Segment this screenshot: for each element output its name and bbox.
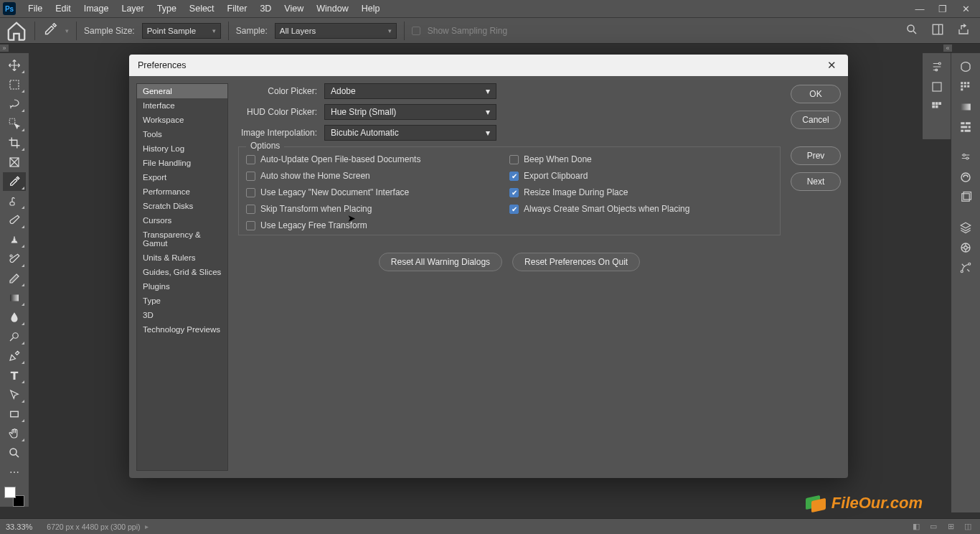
ok-button[interactable]: OK — [791, 85, 841, 103]
gradient-panel-icon[interactable] — [954, 98, 977, 116]
category-general[interactable]: General — [137, 84, 227, 98]
status-icon-3[interactable]: ⊞ — [944, 521, 957, 533]
swatches-panel-icon[interactable] — [925, 98, 948, 116]
zoom-tool[interactable] — [3, 444, 26, 462]
quick-selection-tool[interactable] — [3, 114, 26, 133]
rectangle-tool[interactable] — [3, 405, 26, 423]
check-beep[interactable]: Beep When Done — [509, 154, 773, 164]
brush-tool[interactable] — [3, 211, 26, 230]
healing-brush-tool[interactable] — [3, 192, 26, 210]
category-scratch-disks[interactable]: Scratch Disks — [137, 199, 227, 213]
status-icon-4[interactable]: ◫ — [961, 521, 974, 533]
menu-help[interactable]: Help — [355, 0, 387, 17]
category-cursors[interactable]: Cursors — [137, 213, 227, 228]
expand-left-handle[interactable]: » — [0, 44, 9, 52]
category-plugins[interactable]: Plugins — [137, 279, 227, 294]
cancel-button[interactable]: Cancel — [791, 111, 841, 129]
restore-button[interactable]: ❐ — [931, 0, 954, 17]
menu-edit[interactable]: Edit — [49, 0, 77, 17]
menu-select[interactable]: Select — [183, 0, 221, 17]
history-brush-tool[interactable] — [3, 250, 26, 268]
show-sampling-ring-checkbox[interactable] — [412, 27, 420, 35]
channels-icon[interactable] — [954, 238, 977, 257]
dialog-close-button[interactable]: ✕ — [824, 59, 839, 72]
sample-size-select[interactable]: Point Sample▾ — [142, 23, 221, 39]
status-icon-2[interactable]: ▭ — [927, 521, 940, 533]
gradient-tool[interactable] — [3, 289, 26, 307]
category-type[interactable]: Type — [137, 294, 227, 308]
check-auto-update[interactable]: Auto-Update Open File-based Documents — [246, 154, 509, 164]
check-export-clipboard[interactable]: ✔Export Clipboard — [509, 171, 773, 181]
styles-panel-icon[interactable] — [954, 168, 977, 187]
status-icon-1[interactable]: ◧ — [910, 521, 923, 533]
layers-panel-icon[interactable] — [954, 188, 977, 207]
menu-file[interactable]: File — [22, 0, 49, 17]
reset-on-quit-button[interactable]: Reset Preferences On Quit — [512, 253, 640, 271]
color-picker-select[interactable]: Adobe▾ — [324, 83, 496, 99]
category-tech-previews[interactable]: Technology Previews — [137, 322, 227, 337]
marquee-tool[interactable] — [3, 75, 26, 94]
menu-layer[interactable]: Layer — [115, 0, 150, 17]
category-history-log[interactable]: History Log — [137, 141, 227, 156]
home-button[interactable] — [6, 22, 27, 40]
lasso-tool[interactable] — [3, 95, 26, 113]
pattern-panel-icon[interactable] — [954, 78, 977, 96]
category-units[interactable]: Units & Rulers — [137, 250, 227, 265]
frame-tool[interactable] — [3, 153, 26, 172]
properties-panel-icon[interactable] — [925, 57, 948, 76]
eyedropper-tool-icon[interactable] — [42, 22, 58, 39]
reset-warnings-button[interactable]: Reset All Warning Dialogs — [379, 253, 502, 271]
menu-filter[interactable]: Filter — [221, 0, 254, 17]
eyedropper-tool[interactable] — [3, 172, 26, 191]
sample-select[interactable]: All Layers▾ — [275, 23, 397, 39]
color-swatches[interactable] — [4, 487, 24, 507]
category-performance[interactable]: Performance — [137, 184, 227, 199]
category-file-handling[interactable]: File Handling — [137, 156, 227, 170]
image-interpolation-select[interactable]: Bicubic Automatic▾ — [324, 125, 496, 141]
close-window-button[interactable]: ✕ — [954, 0, 977, 17]
check-smart-objects[interactable]: ✔Always Create Smart Objects when Placin… — [509, 204, 773, 214]
menu-view[interactable]: View — [278, 0, 310, 17]
expand-right-handle[interactable]: « — [943, 44, 952, 52]
paths-icon[interactable] — [954, 258, 977, 277]
category-transparency[interactable]: Transparency & Gamut — [137, 228, 227, 250]
pen-tool[interactable] — [3, 347, 26, 365]
check-skip-transform[interactable]: Skip Transform when Placing — [246, 204, 509, 214]
category-workspace[interactable]: Workspace — [137, 113, 227, 127]
crop-tool[interactable] — [3, 134, 26, 152]
category-guides[interactable]: Guides, Grid & Slices — [137, 265, 227, 279]
workspace-icon[interactable] — [931, 23, 944, 38]
type-tool[interactable] — [3, 366, 26, 385]
dodge-tool[interactable] — [3, 327, 26, 346]
category-3d[interactable]: 3D — [137, 308, 227, 322]
blur-tool[interactable] — [3, 308, 26, 327]
category-interface[interactable]: Interface — [137, 98, 227, 113]
hud-color-picker-select[interactable]: Hue Strip (Small)▾ — [324, 104, 496, 120]
foreground-swatch[interactable] — [4, 487, 16, 498]
layers-icon[interactable] — [954, 218, 977, 237]
category-export[interactable]: Export — [137, 170, 227, 184]
prev-button[interactable]: Prev — [791, 146, 841, 165]
menu-image[interactable]: Image — [77, 0, 116, 17]
menu-type[interactable]: Type — [151, 0, 183, 17]
menu-3d[interactable]: 3D — [253, 0, 278, 17]
check-auto-home[interactable]: Auto show the Home Screen — [246, 171, 509, 181]
check-legacy-new-doc[interactable]: Use Legacy "New Document" Interface — [246, 187, 509, 197]
hand-tool[interactable] — [3, 424, 26, 443]
check-resize-during-place[interactable]: ✔Resize Image During Place — [509, 187, 773, 197]
category-tools[interactable]: Tools — [137, 127, 227, 141]
next-button[interactable]: Next — [791, 172, 841, 191]
color-panel-icon[interactable] — [925, 78, 948, 96]
path-selection-tool[interactable] — [3, 385, 26, 404]
menu-window[interactable]: Window — [310, 0, 354, 17]
clone-stamp-tool[interactable] — [3, 230, 26, 249]
eraser-tool[interactable] — [3, 269, 26, 288]
info-chevron-icon[interactable]: ▸ — [145, 523, 149, 530]
libraries-icon[interactable] — [954, 57, 977, 76]
minimize-button[interactable]: — — [908, 0, 931, 17]
check-legacy-free-transform[interactable]: Use Legacy Free Transform — [246, 220, 509, 230]
search-icon[interactable] — [905, 23, 918, 38]
move-tool[interactable] — [3, 56, 26, 75]
edit-toolbar[interactable]: ⋯ — [3, 463, 26, 482]
zoom-level[interactable]: 33.33% — [6, 523, 32, 531]
